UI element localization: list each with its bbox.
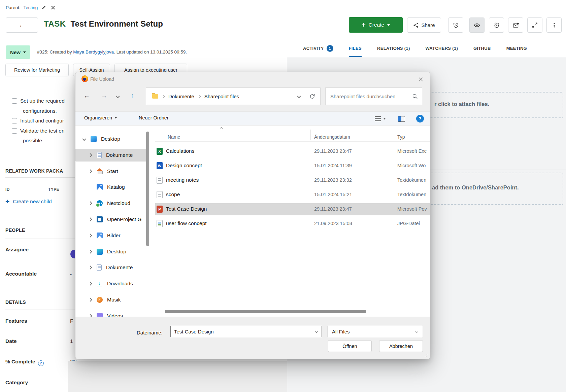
breadcrumb-dokumente[interactable]: Dokumente (168, 94, 194, 99)
tree-item[interactable]: OpenProject G (75, 213, 146, 226)
help-button[interactable]: ? (416, 115, 424, 122)
nav-forward-button[interactable]: → (101, 92, 107, 100)
file-name: scope (166, 191, 180, 198)
help-icon[interactable]: ? (38, 360, 44, 366)
plus-icon: + (5, 198, 9, 205)
new-folder-button[interactable]: Neuer Ordner (139, 115, 169, 120)
file-row[interactable]: meeting notes 29.11.2023 23:32 Textdokum… (155, 174, 430, 186)
breadcrumb-sharepoint-files[interactable]: Sharepoint files (204, 94, 239, 99)
column-header-date[interactable]: Änderungsdatum (314, 134, 350, 140)
address-bar[interactable]: Dokumente Sharepoint files (146, 87, 321, 105)
tree-chevron-icon[interactable] (88, 298, 92, 301)
file-type-icon (157, 191, 163, 198)
preview-pane-button[interactable] (398, 116, 405, 122)
cancel-button[interactable]: Abbrechen (379, 340, 423, 352)
checkbox[interactable] (12, 98, 17, 104)
tree-chevron-icon[interactable] (88, 250, 92, 253)
horizontal-scrollbar[interactable] (165, 310, 366, 313)
meta-prefix: #325: Created by (37, 49, 73, 55)
activity-history-button[interactable] (448, 17, 463, 33)
file-name: user flow concept (166, 220, 207, 226)
tree-item[interactable]: Dokumente (75, 149, 146, 162)
tree-chevron-icon[interactable] (88, 217, 92, 221)
tab[interactable]: ACTIVITY 1 (303, 41, 333, 57)
tree-scrollbar[interactable] (146, 132, 149, 246)
file-row[interactable]: user flow concept 21.09.2023 15:03 JPG-D… (155, 218, 430, 230)
detail-value[interactable]: F (70, 318, 73, 324)
refresh-icon[interactable] (309, 93, 315, 100)
checklist-item: Validate the test enpossible. (12, 126, 76, 146)
tab[interactable]: FILES (349, 41, 362, 57)
tree-item[interactable]: Downloads (75, 277, 146, 290)
nav-back-button[interactable]: ← (84, 92, 90, 100)
resize-grip[interactable] (424, 354, 428, 357)
page-title: TASK Test Environment Setup (44, 19, 163, 29)
edit-parent-icon[interactable] (41, 4, 47, 10)
organize-button[interactable]: Organisieren (84, 115, 117, 120)
tree-item[interactable]: Bilder (75, 229, 146, 242)
checkbox[interactable] (12, 128, 17, 134)
watch-button[interactable] (469, 17, 485, 33)
parent-link[interactable]: Testing (24, 5, 38, 10)
file-row[interactable]: scope 15.01.2024 15:21 Textdokumen (155, 189, 430, 201)
tree-item[interactable]: Katalog (75, 181, 146, 193)
recent-locations-chevron[interactable] (116, 94, 120, 98)
column-header-name[interactable]: Name (168, 134, 180, 140)
tree-chevron-icon[interactable] (88, 169, 92, 173)
file-upload-dialog: File Upload ← → ↑ Dokumente Sharepoint f… (75, 72, 430, 359)
tree-item[interactable]: Dokumente (75, 261, 146, 274)
fullscreen-button[interactable] (527, 17, 542, 33)
tree-item[interactable]: Musik (75, 293, 146, 306)
column-divider[interactable] (310, 130, 311, 140)
detail-value[interactable]: 1 (70, 338, 73, 344)
tab[interactable]: RELATIONS (1) (377, 41, 410, 57)
tree-chevron-icon[interactable] (88, 282, 92, 285)
detail-row: Features F (5, 318, 27, 324)
notification-settings-button[interactable] (508, 17, 523, 33)
tree-chevron-icon[interactable] (88, 234, 92, 237)
back-button[interactable]: ← (6, 17, 38, 33)
accountable-value[interactable]: - (70, 271, 72, 277)
tab[interactable]: WATCHERS (1) (426, 41, 458, 57)
file-row[interactable]: W Design concept 15.01.2024 11:39 Micros… (155, 160, 430, 172)
tree-chevron-icon[interactable] (88, 153, 92, 157)
column-divider[interactable] (389, 130, 389, 140)
checkbox[interactable] (12, 118, 17, 123)
tree-item[interactable]: Desktop (75, 245, 146, 258)
expand-icon (532, 22, 538, 28)
view-mode-button[interactable] (375, 116, 386, 121)
filename-combobox[interactable] (170, 326, 322, 337)
column-header-type[interactable]: Typ (397, 134, 405, 140)
search-field[interactable] (325, 87, 422, 105)
tree-chevron-icon[interactable] (88, 265, 92, 269)
open-button[interactable]: Öffnen (328, 340, 372, 352)
workflow-action-button[interactable]: Review for Marketing (5, 64, 69, 76)
status-badge[interactable]: New (6, 45, 30, 59)
nav-up-button[interactable]: ↑ (131, 92, 134, 100)
share-button[interactable]: Share (407, 17, 441, 33)
tree-item[interactable]: Desktop (75, 133, 146, 145)
search-input[interactable] (330, 94, 412, 99)
filetype-select[interactable]: All Files (328, 326, 422, 337)
tree-item[interactable]: Nextcloud (75, 197, 146, 210)
more-menu-button[interactable] (546, 17, 562, 33)
address-dropdown-chevron[interactable] (297, 94, 301, 98)
tab[interactable]: MEETING (506, 41, 527, 57)
file-row[interactable]: P Test Case Design 29.11.2023 23:47 Micr… (155, 203, 430, 215)
chevron-down-icon (387, 24, 390, 26)
tree-chevron-icon[interactable] (88, 314, 92, 317)
create-button[interactable]: + Create (349, 17, 403, 33)
tree-item[interactable]: Start (75, 165, 146, 178)
tab[interactable]: GITHUB (473, 41, 491, 57)
tree-chevron-icon[interactable] (88, 201, 92, 205)
tree-chevron-icon[interactable] (82, 137, 86, 141)
close-icon[interactable] (417, 75, 425, 83)
author-link[interactable]: Maya Berdygylyjova (73, 49, 114, 55)
tree-item[interactable]: Videos (75, 310, 146, 317)
create-child-link[interactable]: + Create new child (5, 198, 52, 205)
filename-input[interactable] (171, 329, 315, 334)
reminder-button[interactable] (489, 17, 504, 33)
tree-item-label: Nextcloud (107, 200, 130, 206)
remove-parent-icon[interactable] (50, 4, 56, 10)
file-row[interactable]: X Calculations 29.11.2023 23:47 Microsof… (155, 145, 430, 157)
